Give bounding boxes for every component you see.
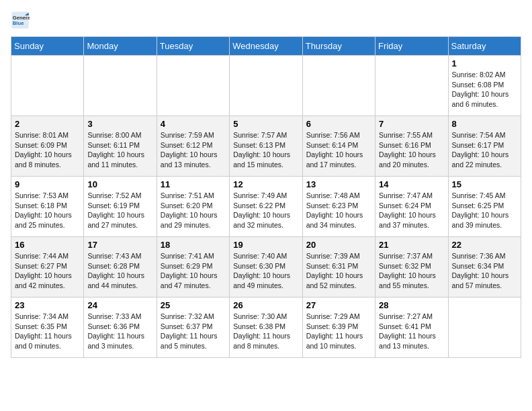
day-cell: 15Sunrise: 7:45 AM Sunset: 6:25 PM Dayli… — [448, 177, 521, 237]
week-row-2: 2Sunrise: 8:01 AM Sunset: 6:09 PM Daylig… — [11, 116, 521, 177]
day-number: 1 — [452, 58, 517, 68]
logo-icon: General Blue — [11, 11, 30, 30]
day-number: 24 — [87, 300, 152, 310]
day-number: 13 — [306, 179, 371, 189]
day-cell: 13Sunrise: 7:48 AM Sunset: 6:23 PM Dayli… — [302, 177, 375, 237]
day-info: Sunrise: 7:36 AM Sunset: 6:34 PM Dayligh… — [452, 251, 517, 291]
day-number: 21 — [379, 240, 444, 250]
weekday-header-monday: Monday — [84, 37, 157, 56]
day-cell: 3Sunrise: 8:00 AM Sunset: 6:11 PM Daylig… — [84, 116, 157, 177]
day-number: 18 — [161, 240, 226, 250]
day-info: Sunrise: 7:43 AM Sunset: 6:28 PM Dayligh… — [87, 251, 152, 291]
day-cell: 24Sunrise: 7:33 AM Sunset: 6:36 PM Dayli… — [84, 298, 157, 358]
day-cell: 12Sunrise: 7:49 AM Sunset: 6:22 PM Dayli… — [230, 177, 302, 237]
weekday-header-thursday: Thursday — [302, 37, 375, 56]
day-number: 6 — [306, 119, 371, 129]
day-info: Sunrise: 7:40 AM Sunset: 6:30 PM Dayligh… — [233, 251, 298, 291]
day-cell: 1Sunrise: 8:02 AM Sunset: 6:08 PM Daylig… — [448, 56, 521, 116]
day-cell: 19Sunrise: 7:40 AM Sunset: 6:30 PM Dayli… — [230, 237, 302, 298]
day-number: 16 — [15, 240, 80, 250]
day-number: 15 — [452, 179, 517, 189]
day-number: 3 — [87, 119, 152, 129]
week-row-3: 9Sunrise: 7:53 AM Sunset: 6:18 PM Daylig… — [11, 177, 521, 237]
day-number: 14 — [379, 179, 444, 189]
day-number: 12 — [233, 179, 298, 189]
day-cell: 6Sunrise: 7:56 AM Sunset: 6:14 PM Daylig… — [302, 116, 375, 177]
day-info: Sunrise: 7:44 AM Sunset: 6:27 PM Dayligh… — [15, 251, 80, 291]
weekday-header-sunday: Sunday — [11, 37, 84, 56]
day-info: Sunrise: 7:27 AM Sunset: 6:41 PM Dayligh… — [379, 312, 444, 351]
day-number: 11 — [161, 179, 226, 189]
day-cell — [84, 56, 157, 116]
day-info: Sunrise: 7:59 AM Sunset: 6:12 PM Dayligh… — [161, 130, 226, 170]
week-row-4: 16Sunrise: 7:44 AM Sunset: 6:27 PM Dayli… — [11, 237, 521, 298]
weekday-header-row: SundayMondayTuesdayWednesdayThursdayFrid… — [11, 37, 521, 56]
day-number: 10 — [87, 179, 152, 189]
week-row-1: 1Sunrise: 8:02 AM Sunset: 6:08 PM Daylig… — [11, 56, 521, 116]
day-cell: 22Sunrise: 7:36 AM Sunset: 6:34 PM Dayli… — [448, 237, 521, 298]
day-number: 20 — [306, 240, 371, 250]
day-info: Sunrise: 7:53 AM Sunset: 6:18 PM Dayligh… — [15, 191, 80, 230]
day-number: 26 — [233, 300, 298, 310]
day-number: 8 — [452, 119, 517, 129]
day-cell: 18Sunrise: 7:41 AM Sunset: 6:29 PM Dayli… — [157, 237, 229, 298]
day-cell: 25Sunrise: 7:32 AM Sunset: 6:37 PM Dayli… — [157, 298, 229, 358]
day-number: 5 — [233, 119, 298, 129]
day-info: Sunrise: 7:45 AM Sunset: 6:25 PM Dayligh… — [452, 191, 517, 230]
day-number: 23 — [15, 300, 80, 310]
day-cell — [448, 298, 521, 358]
day-info: Sunrise: 7:41 AM Sunset: 6:29 PM Dayligh… — [161, 251, 226, 291]
day-number: 22 — [452, 240, 517, 250]
week-row-5: 23Sunrise: 7:34 AM Sunset: 6:35 PM Dayli… — [11, 298, 521, 358]
day-cell: 23Sunrise: 7:34 AM Sunset: 6:35 PM Dayli… — [11, 298, 84, 358]
day-info: Sunrise: 7:55 AM Sunset: 6:16 PM Dayligh… — [379, 130, 444, 170]
header: General Blue — [11, 11, 521, 30]
day-info: Sunrise: 7:33 AM Sunset: 6:36 PM Dayligh… — [87, 312, 152, 351]
day-info: Sunrise: 8:00 AM Sunset: 6:11 PM Dayligh… — [87, 130, 152, 170]
day-number: 2 — [15, 119, 80, 129]
day-cell: 2Sunrise: 8:01 AM Sunset: 6:09 PM Daylig… — [11, 116, 84, 177]
weekday-header-friday: Friday — [375, 37, 448, 56]
day-number: 9 — [15, 179, 80, 189]
day-cell: 16Sunrise: 7:44 AM Sunset: 6:27 PM Dayli… — [11, 237, 84, 298]
weekday-header-saturday: Saturday — [448, 37, 521, 56]
day-cell: 4Sunrise: 7:59 AM Sunset: 6:12 PM Daylig… — [157, 116, 229, 177]
day-cell — [230, 56, 302, 116]
day-cell: 21Sunrise: 7:37 AM Sunset: 6:32 PM Dayli… — [375, 237, 448, 298]
day-info: Sunrise: 7:52 AM Sunset: 6:19 PM Dayligh… — [87, 191, 152, 230]
day-number: 7 — [379, 119, 444, 129]
weekday-header-tuesday: Tuesday — [157, 37, 229, 56]
day-cell — [157, 56, 229, 116]
day-info: Sunrise: 7:39 AM Sunset: 6:31 PM Dayligh… — [306, 251, 371, 291]
day-cell: 10Sunrise: 7:52 AM Sunset: 6:19 PM Dayli… — [84, 177, 157, 237]
day-info: Sunrise: 7:47 AM Sunset: 6:24 PM Dayligh… — [379, 191, 444, 230]
day-info: Sunrise: 7:32 AM Sunset: 6:37 PM Dayligh… — [161, 312, 226, 351]
day-info: Sunrise: 7:48 AM Sunset: 6:23 PM Dayligh… — [306, 191, 371, 230]
logo: General Blue — [11, 11, 32, 30]
day-cell — [11, 56, 84, 116]
day-cell: 8Sunrise: 7:54 AM Sunset: 6:17 PM Daylig… — [448, 116, 521, 177]
day-cell: 11Sunrise: 7:51 AM Sunset: 6:20 PM Dayli… — [157, 177, 229, 237]
day-info: Sunrise: 7:30 AM Sunset: 6:38 PM Dayligh… — [233, 312, 298, 351]
day-info: Sunrise: 7:57 AM Sunset: 6:13 PM Dayligh… — [233, 130, 298, 170]
day-cell: 14Sunrise: 7:47 AM Sunset: 6:24 PM Dayli… — [375, 177, 448, 237]
weekday-header-wednesday: Wednesday — [230, 37, 302, 56]
day-info: Sunrise: 7:37 AM Sunset: 6:32 PM Dayligh… — [379, 251, 444, 291]
day-number: 27 — [306, 300, 371, 310]
day-info: Sunrise: 7:29 AM Sunset: 6:39 PM Dayligh… — [306, 312, 371, 351]
day-cell: 5Sunrise: 7:57 AM Sunset: 6:13 PM Daylig… — [230, 116, 302, 177]
day-cell — [302, 56, 375, 116]
day-cell: 17Sunrise: 7:43 AM Sunset: 6:28 PM Dayli… — [84, 237, 157, 298]
day-number: 19 — [233, 240, 298, 250]
day-cell: 26Sunrise: 7:30 AM Sunset: 6:38 PM Dayli… — [230, 298, 302, 358]
day-cell: 20Sunrise: 7:39 AM Sunset: 6:31 PM Dayli… — [302, 237, 375, 298]
day-cell: 27Sunrise: 7:29 AM Sunset: 6:39 PM Dayli… — [302, 298, 375, 358]
day-info: Sunrise: 7:54 AM Sunset: 6:17 PM Dayligh… — [452, 130, 517, 170]
day-number: 25 — [161, 300, 226, 310]
day-cell — [375, 56, 448, 116]
day-number: 4 — [161, 119, 226, 129]
day-info: Sunrise: 7:56 AM Sunset: 6:14 PM Dayligh… — [306, 130, 371, 170]
day-cell: 28Sunrise: 7:27 AM Sunset: 6:41 PM Dayli… — [375, 298, 448, 358]
day-info: Sunrise: 8:01 AM Sunset: 6:09 PM Dayligh… — [15, 130, 80, 170]
day-number: 17 — [87, 240, 152, 250]
